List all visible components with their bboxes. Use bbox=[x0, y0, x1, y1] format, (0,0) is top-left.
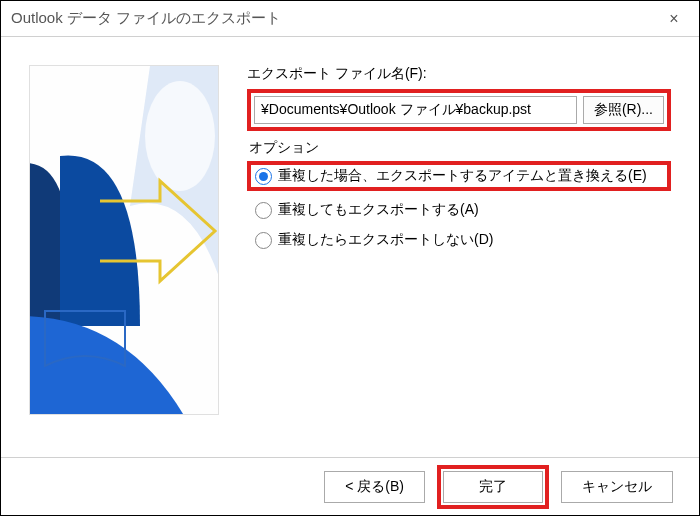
option-replace[interactable]: 重複した場合、エクスポートするアイテムと置き換える(E) bbox=[247, 161, 671, 191]
option-allow-duplicates[interactable]: 重複してもエクスポートする(A) bbox=[247, 195, 671, 225]
window-title: Outlook データ ファイルのエクスポート bbox=[11, 9, 659, 28]
back-button[interactable]: < 戻る(B) bbox=[324, 471, 425, 503]
finish-button[interactable]: 完了 bbox=[443, 471, 543, 503]
option-label: 重複した場合、エクスポートするアイテムと置き換える(E) bbox=[278, 167, 647, 185]
titlebar: Outlook データ ファイルのエクスポート × bbox=[1, 1, 699, 37]
file-row-highlight: ¥Documents¥Outlook ファイル¥backup.pst 参照(R)… bbox=[247, 89, 671, 131]
option-label: 重複してもエクスポートする(A) bbox=[278, 201, 479, 219]
browse-button[interactable]: 参照(R)... bbox=[583, 96, 664, 124]
close-icon[interactable]: × bbox=[659, 4, 689, 34]
wizard-image bbox=[29, 65, 219, 415]
radio-icon bbox=[255, 202, 272, 219]
option-skip-duplicates[interactable]: 重複したらエクスポートしない(D) bbox=[247, 225, 671, 255]
file-path-input[interactable]: ¥Documents¥Outlook ファイル¥backup.pst bbox=[254, 96, 577, 124]
right-panel: エクスポート ファイル名(F): ¥Documents¥Outlook ファイル… bbox=[247, 65, 671, 457]
cancel-button[interactable]: キャンセル bbox=[561, 471, 673, 503]
dialog-outlook-export: Outlook データ ファイルのエクスポート × エクスポート ファイル名(F… bbox=[0, 0, 700, 516]
radio-icon bbox=[255, 232, 272, 249]
options-group-label: オプション bbox=[247, 139, 671, 157]
footer: < 戻る(B) 完了 キャンセル bbox=[1, 457, 699, 515]
option-label: 重複したらエクスポートしない(D) bbox=[278, 231, 493, 249]
file-name-label: エクスポート ファイル名(F): bbox=[247, 65, 671, 83]
radio-icon bbox=[255, 168, 272, 185]
finish-highlight: 完了 bbox=[437, 465, 549, 509]
svg-point-1 bbox=[145, 81, 215, 191]
content: エクスポート ファイル名(F): ¥Documents¥Outlook ファイル… bbox=[1, 37, 699, 457]
